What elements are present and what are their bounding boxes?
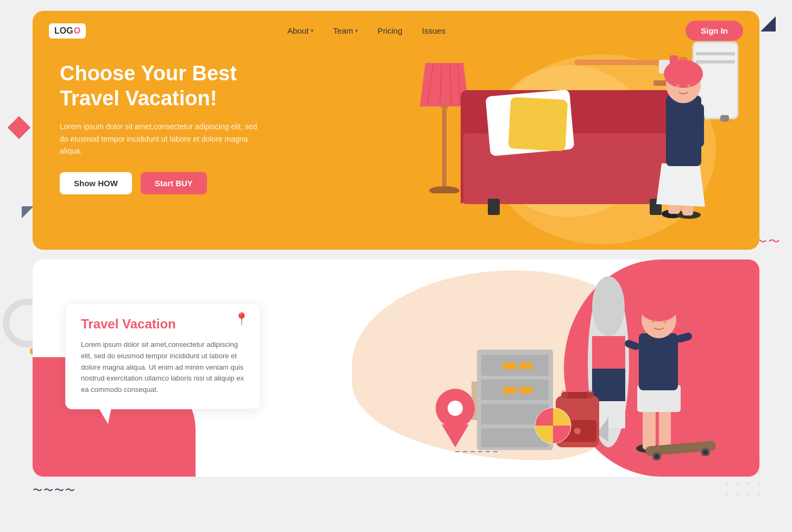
svg-point-48 bbox=[429, 186, 460, 193]
hero-description: Lorem ipsum dolor sit amet,consectetur a… bbox=[60, 121, 261, 157]
svg-point-83 bbox=[676, 84, 680, 87]
bubble-description: Lorem ipsum dolor sit amet,consectetur a… bbox=[81, 339, 245, 396]
nav-issues-label: Issues bbox=[422, 26, 445, 35]
hero-title-line2: Travel Vacation! bbox=[60, 87, 217, 110]
svg-rect-70 bbox=[696, 60, 735, 64]
nav-team-label: Team bbox=[333, 26, 353, 35]
room-scene bbox=[379, 43, 759, 250]
svg-point-113 bbox=[574, 428, 581, 434]
svg-point-86 bbox=[448, 401, 463, 416]
svg-rect-112 bbox=[587, 390, 594, 420]
chevron-down-icon: ▾ bbox=[311, 28, 313, 34]
svg-rect-99 bbox=[519, 363, 532, 369]
travel-vacation-card: 📍 Travel Vacation Lorem ipsum dolor sit … bbox=[33, 259, 759, 477]
speech-bubble: 📍 Travel Vacation Lorem ipsum dolor sit … bbox=[65, 303, 261, 409]
location-pin-icon: 📍 bbox=[234, 312, 249, 327]
beach-ball bbox=[534, 407, 572, 447]
svg-rect-66 bbox=[488, 199, 500, 215]
chevron-down-icon-2: ▾ bbox=[355, 28, 358, 34]
logo-text: LOG bbox=[54, 26, 73, 36]
svg-rect-123 bbox=[675, 332, 693, 343]
hero-content: Choose Your Best Travel Vacation! Lorem … bbox=[33, 50, 304, 205]
svg-rect-98 bbox=[503, 363, 516, 369]
svg-rect-100 bbox=[503, 387, 516, 394]
navbar: LOGO About ▾ Team ▾ Pricing Issues Sign … bbox=[33, 11, 759, 50]
svg-rect-73 bbox=[720, 115, 729, 122]
person2-surfboard bbox=[618, 284, 705, 455]
svg-rect-101 bbox=[519, 387, 532, 394]
bubble-title: Travel Vacation bbox=[81, 316, 245, 332]
hero-card: LOGO About ▾ Team ▾ Pricing Issues Sign … bbox=[33, 11, 759, 250]
svg-point-127 bbox=[663, 320, 667, 323]
svg-point-82 bbox=[664, 60, 703, 88]
svg-point-84 bbox=[687, 84, 690, 87]
logo[interactable]: LOGO bbox=[49, 23, 86, 39]
hero-buttons: Show HOW Start BUY bbox=[60, 172, 277, 194]
svg-rect-46 bbox=[441, 105, 448, 109]
nav-pricing-label: Pricing bbox=[378, 26, 403, 35]
svg-point-126 bbox=[651, 320, 655, 323]
svg-point-125 bbox=[639, 293, 678, 321]
hero-title: Choose Your Best Travel Vacation! bbox=[60, 61, 277, 111]
svg-rect-65 bbox=[508, 97, 568, 151]
svg-marker-78 bbox=[656, 163, 705, 207]
logo-o: O bbox=[74, 26, 80, 36]
nav-issues[interactable]: Issues bbox=[422, 26, 445, 35]
start-buy-button[interactable]: Start BUY bbox=[141, 172, 207, 194]
svg-rect-122 bbox=[624, 339, 640, 351]
nav-about[interactable]: About ▾ bbox=[287, 26, 313, 35]
hero-title-line1: Choose Your Best bbox=[60, 62, 237, 85]
svg-rect-62 bbox=[461, 123, 463, 204]
nav-team[interactable]: Team ▾ bbox=[333, 26, 358, 35]
map-pin-large bbox=[433, 388, 477, 449]
skateboard bbox=[645, 439, 716, 460]
svg-rect-71 bbox=[696, 52, 735, 55]
svg-rect-121 bbox=[639, 333, 678, 390]
nav-links: About ▾ Team ▾ Pricing Issues bbox=[287, 26, 445, 35]
svg-rect-47 bbox=[442, 109, 447, 190]
svg-marker-87 bbox=[442, 425, 469, 447]
show-how-button[interactable]: Show HOW bbox=[60, 172, 132, 194]
sofa bbox=[461, 90, 689, 217]
nav-about-label: About bbox=[287, 26, 309, 35]
dashed-line bbox=[455, 451, 499, 452]
person-with-luggage bbox=[656, 25, 743, 223]
nav-pricing[interactable]: Pricing bbox=[378, 26, 403, 35]
scene2-illustration bbox=[352, 259, 759, 477]
svg-rect-80 bbox=[694, 104, 704, 147]
signin-button[interactable]: Sign In bbox=[686, 21, 743, 41]
